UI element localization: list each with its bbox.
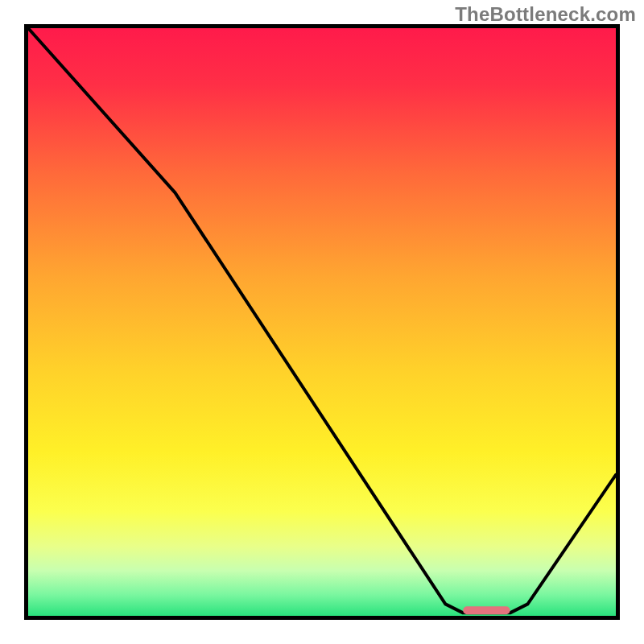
optimum-marker [463,606,510,614]
watermark-text: TheBottleneck.com [455,3,636,26]
chart-container: { "watermark": "TheBottleneck.com", "cha… [0,0,644,644]
plot-background [27,27,618,618]
bottleneck-chart [0,0,644,644]
